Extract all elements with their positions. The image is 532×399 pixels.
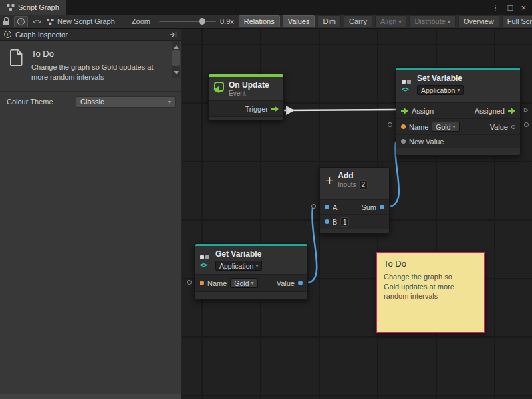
colour-theme-row: Colour Theme Classic <box>0 92 181 112</box>
assigned-port-label: Assigned <box>475 107 505 115</box>
scroll-down-icon[interactable] <box>174 71 179 77</box>
sum-output-port[interactable] <box>380 205 384 209</box>
sticky-note-body: Change the graph so Gold updates at more… <box>384 272 465 301</box>
zoom-value: 0.9x <box>220 17 234 25</box>
lock-icon[interactable] <box>3 17 9 25</box>
node-footer <box>396 148 520 155</box>
variable-name-dropdown[interactable]: Gold <box>230 278 257 288</box>
todo-section: To Do Change the graph so Gold updates a… <box>0 41 181 90</box>
menu-icon[interactable]: ⋮ <box>491 3 500 12</box>
sticky-note[interactable]: To Do Change the graph so Gold updates a… <box>376 252 485 333</box>
code-icon[interactable]: <> <box>33 18 42 25</box>
add-node[interactable]: Add Inputs 2 A Sum B <box>319 167 390 234</box>
fullscreen-button[interactable]: Full Screen <box>502 15 532 27</box>
a-input-port[interactable] <box>325 205 329 209</box>
node-footer <box>195 291 307 299</box>
inspector-toggle-button[interactable] <box>14 16 28 27</box>
name-port-label: Name <box>409 123 428 131</box>
todo-title: To Do <box>31 49 168 59</box>
zoom-slider[interactable] <box>159 21 216 22</box>
distribute-dropdown-button[interactable]: Distribute <box>409 15 455 27</box>
overview-button[interactable]: Overview <box>458 15 499 27</box>
add-icon <box>325 173 333 187</box>
assign-input-port[interactable] <box>401 108 408 114</box>
maximize-icon[interactable]: □ <box>508 3 513 12</box>
window-controls: ⋮ □ × <box>491 0 532 15</box>
align-dropdown-button[interactable]: Align <box>375 15 406 27</box>
variable-scope-dropdown[interactable]: Application <box>417 85 464 95</box>
script-graph-icon <box>7 3 15 11</box>
b-value-field[interactable]: 1 <box>340 217 349 227</box>
value-outer-port[interactable] <box>524 122 529 127</box>
set-variable-node[interactable]: Set Variable Application Assign Assigned… <box>396 67 521 156</box>
colour-theme-dropdown[interactable]: Classic <box>76 96 176 108</box>
dim-button[interactable]: Dim <box>317 15 341 27</box>
dock-icon[interactable] <box>170 31 177 38</box>
node-footer <box>209 116 283 120</box>
inspector-title: Graph Inspector <box>15 31 68 39</box>
connection-trigger-assign[interactable] <box>284 110 396 110</box>
node-subtitle: Event <box>229 90 269 98</box>
a-sum-port-row: A Sum <box>320 200 389 214</box>
node-title: Get Variable <box>215 249 262 259</box>
new-value-port-label: New Value <box>409 138 444 146</box>
close-icon[interactable]: × <box>521 3 526 12</box>
variable-icon <box>200 250 211 269</box>
assigned-outer-port[interactable] <box>524 107 529 113</box>
assign-port-row: Assign Assigned <box>396 102 520 118</box>
trigger-output-port[interactable] <box>271 106 279 112</box>
trigger-port-label: Trigger <box>245 105 268 113</box>
zoom-slider-handle[interactable] <box>199 18 205 25</box>
inputs-count-field[interactable]: 2 <box>359 180 368 190</box>
name-outer-port[interactable] <box>388 122 392 127</box>
values-button[interactable]: Values <box>283 15 315 27</box>
variable-scope-dropdown[interactable]: Application <box>215 261 262 271</box>
a-port-label: A <box>332 203 337 211</box>
name-input-port[interactable] <box>401 124 406 129</box>
name-outer-port[interactable] <box>187 280 192 285</box>
b-port-row: B 1 <box>320 214 389 229</box>
new-value-port-row: New Value <box>396 134 520 148</box>
node-title: Set Variable <box>417 74 464 83</box>
value-output-port[interactable] <box>511 125 515 129</box>
value-output-port[interactable] <box>298 281 303 285</box>
b-input-port[interactable] <box>325 219 329 224</box>
new-value-input-port[interactable] <box>401 139 406 144</box>
a-outer-port[interactable] <box>311 204 316 209</box>
get-variable-node[interactable]: Get Variable Application Name Gold Value <box>194 243 308 300</box>
name-value-port-row: Name Gold Value <box>195 274 307 291</box>
on-update-icon <box>214 82 224 92</box>
tab-title: Script Graph <box>18 3 59 11</box>
inspector-scrollbar[interactable] <box>172 41 180 78</box>
variable-icon <box>402 74 412 93</box>
tab-bar: Script Graph ⋮ □ × <box>0 0 532 15</box>
node-title: Add <box>338 171 368 180</box>
name-port-label: Name <box>207 279 227 287</box>
tab-script-graph[interactable]: Script Graph <box>0 0 66 15</box>
on-update-node[interactable]: On Update Event Trigger <box>208 74 284 120</box>
todo-body: Change the graph so Gold updates at more… <box>31 63 168 83</box>
name-value-port-row: Name Gold Value <box>396 118 520 134</box>
inspector-info-icon <box>4 31 11 38</box>
graph-inspector-panel: Graph Inspector To Do Change the graph s… <box>0 29 182 399</box>
connection-value-to-a[interactable] <box>308 208 317 283</box>
node-footer <box>320 229 389 233</box>
name-input-port[interactable] <box>200 281 204 285</box>
scroll-up-icon[interactable] <box>174 43 179 49</box>
graph-canvas[interactable]: On Update Event Trigger <box>182 29 532 399</box>
node-subtitle: Inputs <box>338 181 356 189</box>
value-port-label: Value <box>490 123 508 131</box>
scrollbar-thumb[interactable] <box>172 50 180 66</box>
script-graph-window: Script Graph ⋮ □ × <> New Script Graph Z… <box>0 0 532 399</box>
inspector-horizontal-scrollbar[interactable] <box>0 394 181 399</box>
new-script-graph-button[interactable]: New Script Graph <box>47 17 115 25</box>
colour-theme-label: Colour Theme <box>7 98 76 106</box>
sum-port-label: Sum <box>361 203 376 211</box>
new-graph-icon <box>47 18 54 25</box>
carry-button[interactable]: Carry <box>344 15 372 27</box>
variable-name-dropdown[interactable]: Gold <box>432 122 459 132</box>
value-port-label: Value <box>277 279 295 287</box>
graph-inspector-header: Graph Inspector <box>0 29 181 41</box>
relations-button[interactable]: Relations <box>239 15 280 27</box>
assigned-output-port[interactable] <box>508 108 515 114</box>
